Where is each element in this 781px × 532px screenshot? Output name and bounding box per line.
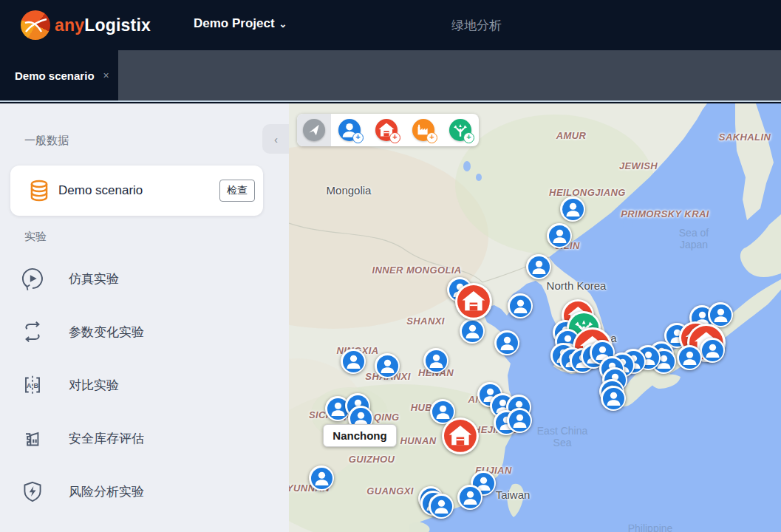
dc-marker[interactable] [442,417,479,454]
sidebar-collapse-button[interactable]: ‹ [262,124,290,154]
experiment-label: 风险分析实验 [69,483,144,500]
brand-text: anyLogistix [55,16,151,35]
city-tooltip: Nanchong [323,424,397,447]
risk-analysis-icon [19,478,46,505]
experiment-item-safety-stock[interactable]: 安全库存评估 [19,423,144,453]
tab-close-icon[interactable]: × [103,69,109,81]
customer-marker[interactable] [708,302,733,327]
experiment-label: 仿真实验 [69,270,119,287]
supplier-tool-icon: + [449,119,471,141]
customer-marker[interactable] [423,348,449,373]
customer-marker[interactable] [341,349,366,374]
customer-marker[interactable] [375,353,400,378]
comparison-icon: AB [19,372,46,398]
dc-marker[interactable] [455,283,492,320]
customer-marker[interactable] [526,254,551,279]
dc-tool-icon: + [375,119,398,141]
page-title: 绿地分析 [425,17,528,34]
select-tool-icon [303,119,325,141]
customer-marker[interactable] [429,494,454,519]
add-badge-icon: + [463,132,474,143]
database-icon [26,177,52,207]
customer-marker[interactable] [700,338,725,363]
brand-any: any [55,16,84,35]
customer-tool-icon: + [338,119,361,141]
add-dc-button[interactable]: + [368,114,405,146]
safety-stock-icon [19,425,46,451]
project-name: Demo Project [194,16,275,30]
add-supplier-button[interactable]: + [442,114,479,146]
svg-text:A: A [27,382,32,389]
brand-logistix: Logistix [84,16,151,35]
experiment-item-variation[interactable]: 参数变化实验 [19,317,144,347]
project-selector[interactable]: Demo Project⌄ [194,16,287,31]
tab-demo-scenario[interactable]: Demo scenario × [0,50,118,100]
experiment-label: 参数变化实验 [69,324,144,341]
chevron-down-icon: ⌄ [279,18,287,30]
tab-label: Demo scenario [15,69,95,82]
customer-marker[interactable] [547,223,572,248]
variation-icon [19,318,46,345]
experiment-item-simulation[interactable]: 仿真实验 [19,264,119,293]
svg-text:B: B [34,382,39,389]
customer-marker[interactable] [460,318,485,344]
factory-tool-icon: + [412,119,434,141]
experiment-label: 对比实验 [69,377,119,394]
main-content: 一般数据 ‹ Demo scenario 检查 实验 仿真实验 参数变化实验AB… [0,100,781,532]
experiment-item-risk-analysis[interactable]: 风险分析实验 [19,477,144,506]
experiment-label: 安全库存评估 [69,430,144,447]
anylogistix-logo[interactable]: anyLogistix [21,10,151,40]
section-general-data: 一般数据 [24,134,69,148]
customer-marker[interactable] [457,485,482,510]
customer-marker[interactable] [309,466,334,491]
anylogistix-logo-icon [21,10,50,40]
sidebar: 一般数据 ‹ Demo scenario 检查 实验 仿真实验 参数变化实验AB… [0,103,289,532]
app-header: anyLogistix Demo Project⌄ 绿地分析 [0,0,781,50]
map-toolbar: ++++ [297,114,479,146]
add-customer-button[interactable]: + [331,114,368,146]
scenario-card[interactable]: Demo scenario 检查 [10,166,263,216]
select-tool-button[interactable] [297,114,331,146]
tab-strip: Demo scenario × [0,50,781,100]
add-badge-icon: + [389,132,400,143]
customer-marker[interactable] [508,293,533,318]
add-badge-icon: + [426,132,437,143]
customer-marker[interactable] [507,408,532,433]
customer-marker[interactable] [677,345,702,370]
experiment-item-comparison[interactable]: AB 对比实验 [19,370,119,400]
customer-marker[interactable] [494,330,519,355]
customer-marker[interactable] [601,386,626,411]
simulation-icon [19,265,46,292]
scenario-name: Demo scenario [58,183,143,198]
customer-marker[interactable] [560,197,585,222]
add-factory-button[interactable]: + [405,114,442,146]
add-badge-icon: + [352,132,364,143]
section-experiments: 实验 [24,230,47,244]
check-button[interactable]: 检查 [219,180,255,202]
map-canvas[interactable]: MongoliaAMURJEWISHSAKHALINHEILONGJIANGPR… [289,103,781,532]
